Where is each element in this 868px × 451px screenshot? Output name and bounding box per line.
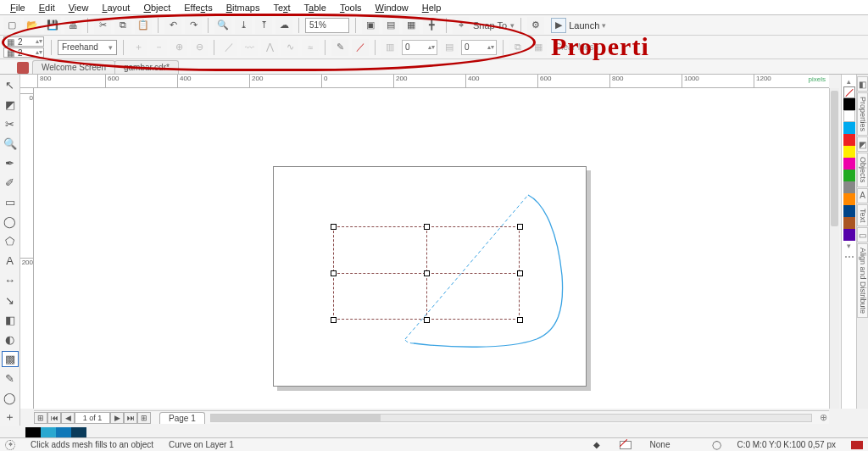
- page-add2-icon[interactable]: ⊞: [137, 412, 151, 424]
- meshfill-tool-icon[interactable]: ▩: [2, 351, 19, 367]
- new-icon[interactable]: ▢: [3, 17, 20, 34]
- copy-icon[interactable]: ⧉: [114, 17, 131, 34]
- eyedropper-tool-icon[interactable]: ✎: [2, 370, 19, 387]
- redo-icon[interactable]: ↷: [185, 17, 202, 34]
- print-icon[interactable]: 🖶: [64, 17, 81, 34]
- docker-icon[interactable]: ◧: [857, 76, 868, 92]
- status-color-swatch[interactable]: [851, 441, 863, 449]
- page-last-icon[interactable]: ⏭: [124, 412, 137, 424]
- page-first-icon[interactable]: ⏮: [47, 412, 61, 424]
- freehand-curve[interactable]: [388, 182, 592, 369]
- dropshadow-tool-icon[interactable]: ◧: [2, 312, 19, 328]
- doc-swatch[interactable]: [71, 427, 86, 437]
- grid-icon[interactable]: ▦: [403, 17, 420, 34]
- docker-properties[interactable]: Properties: [857, 92, 868, 136]
- page-counter[interactable]: 1 of 1: [75, 412, 110, 424]
- tab-document[interactable]: gambar.cdr*: [114, 60, 179, 74]
- cut-icon[interactable]: ✂: [94, 17, 111, 34]
- pick-color-icon[interactable]: ✎: [331, 39, 348, 56]
- scrollbar-horizontal[interactable]: [210, 414, 812, 422]
- fullscreen-icon[interactable]: ▣: [362, 17, 379, 34]
- doc-swatch[interactable]: [56, 427, 71, 437]
- quickcustom-icon[interactable]: ＋: [2, 409, 19, 426]
- palette-swatch[interactable]: [843, 193, 855, 205]
- docker-text[interactable]: Text: [857, 204, 868, 227]
- symm-icon[interactable]: ≈: [302, 39, 319, 56]
- tab-welcome[interactable]: Welcome Screen: [32, 60, 115, 74]
- color-swatch-icon[interactable]: ／: [352, 39, 369, 56]
- artistic-tool-icon[interactable]: ✐: [2, 175, 19, 191]
- mesh-cols-field[interactable]: ▦2▴▾: [3, 47, 44, 58]
- polygon-tool-icon[interactable]: ⬠: [2, 233, 19, 249]
- palette-swatch[interactable]: [843, 122, 855, 134]
- smooth-icon[interactable]: ∿: [281, 39, 298, 56]
- rulers-icon[interactable]: ▤: [382, 17, 399, 34]
- page[interactable]: [273, 166, 587, 387]
- palette-more-icon[interactable]: ⋯: [844, 251, 854, 263]
- connector-tool-icon[interactable]: ↘: [2, 292, 19, 309]
- outline-tool-icon[interactable]: ◯: [2, 390, 19, 406]
- scrollbar-thumb[interactable]: [831, 91, 838, 226]
- palette-up-icon[interactable]: ▴: [842, 76, 856, 86]
- import-icon[interactable]: ⤓: [235, 17, 252, 34]
- menu-table[interactable]: Table: [299, 2, 331, 14]
- palette-swatch[interactable]: [843, 158, 855, 170]
- mesh-node[interactable]: [331, 317, 337, 323]
- page-prev-icon[interactable]: ◀: [61, 412, 75, 424]
- zoom-tool-icon[interactable]: 🔍: [2, 136, 19, 152]
- add-node-icon[interactable]: ＋: [130, 39, 147, 56]
- page-tab[interactable]: Page 1: [159, 412, 205, 424]
- guides-icon[interactable]: ╋: [423, 17, 440, 34]
- page-add-icon[interactable]: ⊞: [34, 412, 47, 424]
- scrollbar-vertical[interactable]: [829, 88, 839, 409]
- save-icon[interactable]: 💾: [44, 17, 61, 34]
- palette-swatch[interactable]: [843, 170, 855, 181]
- docker-icon[interactable]: ◩: [857, 136, 868, 152]
- page-next-icon[interactable]: ▶: [110, 412, 124, 424]
- menu-text[interactable]: Text: [268, 2, 295, 14]
- palette-down-icon[interactable]: ▾: [842, 241, 856, 251]
- outline-icon[interactable]: ◯: [712, 440, 721, 449]
- snap-icon[interactable]: ⌖: [453, 17, 470, 34]
- add-intersect-icon[interactable]: ⊕: [170, 39, 187, 56]
- docker-align[interactable]: Align and Distribute: [857, 243, 868, 318]
- menu-window[interactable]: Window: [370, 2, 414, 14]
- undo-icon[interactable]: ↶: [164, 17, 181, 34]
- palette-swatch[interactable]: [843, 217, 855, 229]
- open-icon[interactable]: 📂: [24, 17, 41, 34]
- palette-swatch[interactable]: [843, 134, 855, 146]
- search-icon[interactable]: 🔍: [214, 17, 231, 34]
- freehand-tool-icon[interactable]: ✒: [2, 155, 19, 171]
- palette-swatch[interactable]: [843, 229, 855, 241]
- delete-node-icon[interactable]: －: [150, 39, 167, 56]
- selection-mode-combo[interactable]: Freehand▾: [58, 40, 117, 55]
- copy-mesh-icon[interactable]: ⧉: [509, 39, 526, 56]
- mesh-rows-field[interactable]: ▦2▴▾: [3, 36, 44, 47]
- docker-icon[interactable]: ▭: [857, 227, 868, 242]
- to-curve-icon[interactable]: 〰: [241, 39, 258, 56]
- snap-label[interactable]: Snap To: [473, 20, 507, 31]
- palette-swatch[interactable]: [843, 146, 855, 158]
- doc-swatch[interactable]: [25, 427, 41, 437]
- palette-none-swatch[interactable]: [843, 86, 855, 98]
- paste-icon[interactable]: 📋: [135, 17, 152, 34]
- menu-file[interactable]: FFileile: [5, 2, 31, 14]
- rectangle-tool-icon[interactable]: ▭: [2, 194, 19, 210]
- doc-swatch[interactable]: [41, 427, 56, 437]
- nav-icon[interactable]: ⊕: [817, 412, 829, 423]
- menu-layout[interactable]: Layout: [97, 2, 135, 14]
- menu-edit[interactable]: Edit: [34, 2, 60, 14]
- v-grid-field[interactable]: 0▴▾: [461, 40, 497, 55]
- mesh-node[interactable]: [331, 270, 337, 276]
- scrollbar-thumb[interactable]: [211, 415, 381, 421]
- palette-swatch[interactable]: [843, 98, 855, 110]
- text-tool-icon[interactable]: A: [2, 253, 19, 269]
- docker-icon[interactable]: A: [857, 188, 868, 203]
- ellipse-tool-icon[interactable]: ◯: [2, 214, 19, 230]
- cusp-icon[interactable]: ⋀: [261, 39, 278, 56]
- options-icon[interactable]: ⚙: [527, 17, 544, 34]
- dimension-tool-icon[interactable]: ↔: [2, 272, 19, 288]
- shape-tool-icon[interactable]: ◩: [2, 97, 19, 113]
- fill-icon[interactable]: ◆: [589, 440, 604, 450]
- export-icon[interactable]: ⤒: [255, 17, 272, 34]
